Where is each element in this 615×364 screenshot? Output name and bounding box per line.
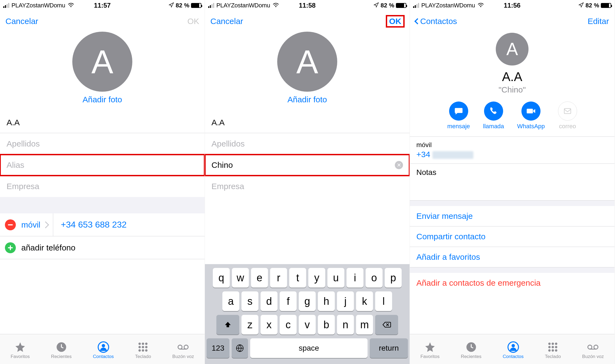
key-d[interactable]: d (261, 291, 277, 311)
phone-type-button[interactable]: móvil (21, 220, 53, 229)
alias-input[interactable] (7, 160, 198, 170)
key-z[interactable]: z (241, 315, 258, 335)
key-f[interactable]: f (280, 291, 297, 311)
key-t[interactable]: t (289, 268, 306, 288)
key-h[interactable]: h (318, 291, 335, 311)
key-l[interactable]: l (375, 291, 392, 311)
add-photo-button[interactable]: Añadir foto (82, 95, 122, 104)
share-contact-link[interactable]: Compartir contacto (410, 226, 614, 247)
battery-icon (601, 3, 611, 8)
emergency-contact-link[interactable]: Añadir a contactos de emergencia (410, 273, 614, 293)
alias-field[interactable] (0, 154, 205, 176)
star-icon (14, 341, 26, 353)
key-k[interactable]: k (356, 291, 373, 311)
add-phone-icon[interactable] (5, 242, 16, 253)
tab-favorites[interactable]: Favoritos (11, 341, 30, 359)
cancel-button[interactable]: Cancelar (5, 17, 38, 26)
numbers-key[interactable]: 123 (207, 338, 229, 358)
keyboard[interactable]: qwertyuiop asdfghjkl zxcvbnm 123 space r… (205, 264, 410, 364)
svg-point-23 (548, 346, 551, 348)
key-w[interactable]: w (232, 268, 249, 288)
company-input[interactable] (7, 182, 198, 191)
tab-voicemail[interactable]: Buzón voz (582, 341, 604, 359)
key-a[interactable]: a (222, 291, 239, 311)
alias-field[interactable]: ✕ (205, 154, 410, 176)
clock: 11:57 (94, 2, 111, 9)
key-p[interactable]: p (385, 268, 402, 288)
wifi-icon (67, 2, 74, 9)
phone-value: +34 (416, 150, 608, 159)
tab-favorites[interactable]: Favoritos (420, 341, 440, 359)
notes-row[interactable]: Notas (410, 164, 614, 201)
wifi-icon (272, 2, 279, 9)
globe-key[interactable] (232, 338, 248, 358)
action-message[interactable]: mensaje (447, 102, 470, 130)
cancel-button[interactable]: Cancelar (210, 17, 243, 26)
phone-info-row[interactable]: móvil +34 (410, 136, 614, 164)
return-key[interactable]: return (370, 338, 408, 358)
svg-point-10 (142, 349, 144, 351)
key-n[interactable]: n (337, 315, 354, 335)
first-name-field[interactable] (205, 112, 410, 133)
company-input[interactable] (211, 182, 403, 191)
last-name-field[interactable] (205, 133, 410, 154)
svg-point-24 (552, 346, 554, 348)
back-button[interactable]: Contactos (415, 17, 457, 26)
last-name-input[interactable] (7, 139, 198, 148)
first-name-input[interactable] (7, 118, 198, 127)
send-message-link[interactable]: Enviar mensaje (410, 206, 614, 226)
tab-keypad[interactable]: Teclado (135, 341, 151, 359)
avatar-placeholder[interactable]: A (277, 32, 337, 92)
last-name-field[interactable] (0, 133, 205, 154)
alias-input[interactable] (211, 160, 395, 170)
clear-alias-icon[interactable]: ✕ (395, 161, 403, 169)
key-y[interactable]: y (308, 268, 325, 288)
shift-key[interactable] (216, 315, 239, 335)
add-phone-row[interactable]: añadir teléfono (0, 236, 205, 259)
key-q[interactable]: q (213, 268, 230, 288)
tab-contacts[interactable]: Contactos (93, 341, 114, 359)
ok-button[interactable]: OK (386, 16, 404, 27)
svg-point-5 (145, 342, 148, 345)
key-e[interactable]: e (251, 268, 268, 288)
edit-button[interactable]: Editar (588, 17, 609, 26)
company-field[interactable] (205, 176, 410, 197)
key-m[interactable]: m (356, 315, 373, 335)
tab-voicemail[interactable]: Buzón voz (172, 341, 194, 359)
key-o[interactable]: o (366, 268, 383, 288)
tab-keypad[interactable]: Teclado (545, 341, 561, 359)
first-name-field[interactable] (0, 112, 205, 133)
company-field[interactable] (0, 176, 205, 197)
key-g[interactable]: g (299, 291, 316, 311)
key-j[interactable]: j (337, 291, 354, 311)
add-photo-button[interactable]: Añadir foto (287, 95, 327, 104)
phone-row[interactable]: móvil +34 653 688 232 (0, 213, 205, 236)
svg-point-9 (139, 349, 141, 351)
first-name-input[interactable] (211, 118, 403, 127)
tab-recents[interactable]: Recientes (51, 341, 72, 359)
avatar-placeholder[interactable]: A (72, 32, 132, 92)
key-r[interactable]: r (270, 268, 287, 288)
key-u[interactable]: u (327, 268, 344, 288)
add-favorites-link[interactable]: Añadir a favoritos (410, 247, 614, 267)
last-name-input[interactable] (211, 139, 403, 148)
backspace-key[interactable] (375, 315, 398, 335)
battery-text: 82 % (381, 2, 394, 9)
key-s[interactable]: s (241, 291, 258, 311)
key-v[interactable]: v (299, 315, 316, 335)
action-call[interactable]: llamada (483, 102, 504, 130)
action-video[interactable]: WhatsApp (517, 102, 545, 130)
delete-phone-icon[interactable] (5, 219, 16, 230)
status-bar: PLAYZostanWDomu 11:57 82 % (0, 0, 205, 11)
phone-number[interactable]: +34 653 688 232 (61, 220, 127, 230)
key-x[interactable]: x (261, 315, 277, 335)
key-c[interactable]: c (280, 315, 297, 335)
key-i[interactable]: i (347, 268, 363, 288)
tab-contacts[interactable]: Contactos (503, 341, 524, 359)
contact-nickname: "Chino" (498, 85, 526, 94)
space-key[interactable]: space (250, 338, 368, 358)
video-icon (521, 102, 541, 121)
key-b[interactable]: b (318, 315, 335, 335)
pane-edit-contact-alias-filled: PLAYZostanWDomu 11:58 82 % Cancelar OK A… (205, 0, 410, 364)
tab-recents[interactable]: Recientes (461, 341, 482, 359)
